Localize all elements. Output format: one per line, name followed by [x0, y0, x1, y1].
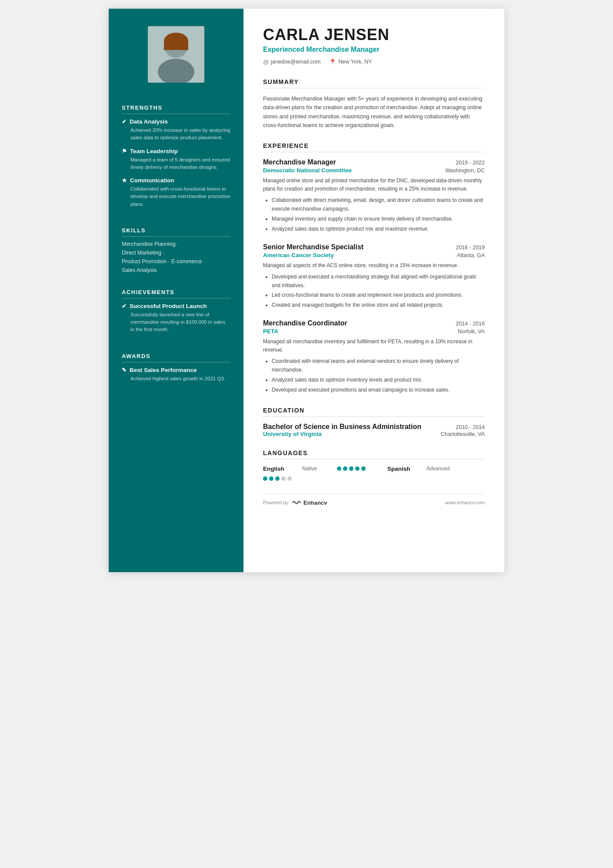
star-icon: ★ — [122, 177, 127, 184]
exp-dates-2: 2016 - 2019 — [456, 245, 485, 251]
exp-dates-3: 2014 - 2016 — [456, 321, 485, 327]
edu-dates: 2010 - 2014 — [456, 424, 485, 430]
sidebar-footer — [109, 393, 243, 555]
exp-company-1: Democratic National Committee — [263, 167, 352, 174]
languages-label: LANGUAGES — [263, 449, 485, 459]
dot-1 — [263, 476, 267, 481]
brand-name: Enhancv — [303, 499, 327, 506]
bullet: Led cross-functional teams to create and… — [272, 291, 485, 300]
powered-by-text: Powered by — [263, 500, 288, 505]
languages-section: LANGUAGES English Native Spanish Advance… — [263, 449, 485, 481]
skill-item: Sales Analysis — [122, 267, 230, 273]
main-content: CARLA JENSEN Experienced Merchandise Man… — [243, 9, 504, 572]
resume-container: STRENGTHS ✔ Data Analysis Achieved 20% i… — [109, 9, 504, 572]
language-english: English Native Spanish Advanced — [263, 466, 485, 481]
award-best-sales: ✎ Best Sales Performance Achieved highes… — [122, 367, 230, 382]
exp-location-1: Washington, DC — [445, 168, 485, 174]
skill-item: Product Promotion · E-commerce · — [122, 258, 230, 265]
awards-section: AWARDS ✎ Best Sales Performance Achieved… — [109, 344, 243, 393]
exp-job-2: Senior Merchandise Specialist 2016 - 201… — [263, 243, 485, 310]
exp-role-3: Merchandise Coordinator — [263, 319, 347, 327]
experience-section: EXPERIENCE Merchandise Manager 2019 - 20… — [263, 142, 485, 395]
skills-section: SKILLS Merchandise Planning · Direct Mar… — [109, 218, 243, 280]
exp-bullets-1: Collaborated with direct marketing, emai… — [263, 196, 485, 233]
bullet: Managed inventory and supply chain to en… — [272, 215, 485, 224]
bullet: Analyzed sales data to optimize inventor… — [272, 376, 485, 385]
photo-section — [109, 9, 243, 96]
education-label: EDUCATION — [263, 407, 485, 417]
achievement-desc: Successfully launched a new line of merc… — [122, 311, 230, 334]
exp-location-3: Norfolk, VA — [458, 328, 485, 335]
strength-desc: Collaborated with cross-functional teams… — [122, 185, 230, 208]
bullet: Collaborated with direct marketing, emai… — [272, 196, 485, 214]
location-icon: 📍 — [329, 59, 336, 65]
checkmark-icon: ✔ — [122, 303, 127, 309]
summary-text: Passionate Merchandise Manager with 5+ y… — [263, 94, 485, 131]
skill-item: Direct Marketing · — [122, 250, 230, 256]
page-footer: Powered by Enhancv www.enhancv.com — [263, 494, 485, 506]
education-section: EDUCATION Bachelor of Science in Busines… — [263, 407, 485, 437]
exp-desc-2: Managed all aspects of the ACS online st… — [263, 261, 485, 270]
exp-location-2: Atlanta, GA — [457, 252, 485, 258]
bullet: Developed and executed a merchandising s… — [272, 273, 485, 290]
strength-communication: ★ Communication Collaborated with cross-… — [122, 177, 230, 208]
dot-5 — [361, 466, 366, 471]
dot-2 — [269, 476, 273, 481]
exp-role-2: Senior Merchandise Specialist — [263, 243, 363, 251]
experience-label: EXPERIENCE — [263, 142, 485, 152]
svg-rect-4 — [164, 41, 188, 50]
email-contact: @ janedoe@email.com — [263, 59, 320, 65]
flag-icon: ⚑ — [122, 148, 127, 154]
strength-desc: Managed a team of 5 designers and ensure… — [122, 156, 230, 171]
strength-name: Communication — [130, 177, 174, 184]
achievement-name: Successful Product Launch — [130, 303, 207, 309]
strength-team-leadership: ⚑ Team Leadership Managed a team of 5 de… — [122, 148, 230, 171]
achievement-product-launch: ✔ Successful Product Launch Successfully… — [122, 303, 230, 334]
strength-data-analysis: ✔ Data Analysis Achieved 20% increase in… — [122, 118, 230, 142]
edu-item-1: Bachelor of Science in Business Administ… — [263, 423, 485, 437]
strengths-section: STRENGTHS ✔ Data Analysis Achieved 20% i… — [109, 96, 243, 218]
summary-label: SUMMARY — [263, 78, 485, 88]
lang-dots-english — [337, 466, 366, 471]
summary-section: SUMMARY Passionate Merchandise Manager w… — [263, 78, 485, 131]
enhancv-logo: Enhancv — [292, 499, 327, 506]
edu-location: Charlottesville, VA — [441, 431, 485, 437]
candidate-name: CARLA JENSEN — [263, 26, 485, 44]
dot-2 — [343, 466, 347, 471]
email-icon: @ — [263, 59, 269, 65]
dot-3 — [349, 466, 353, 471]
exp-role-1: Merchandise Manager — [263, 158, 336, 166]
lang-level-english: Native — [302, 466, 333, 472]
exp-dates-1: 2019 - 2022 — [456, 160, 485, 166]
exp-desc-3: Managed all merchandise inventory and fu… — [263, 338, 485, 354]
awards-title: AWARDS — [122, 353, 230, 362]
edu-degree: Bachelor of Science in Business Administ… — [263, 423, 421, 431]
exp-bullets-3: Coordinated with internal teams and exte… — [263, 357, 485, 394]
dot-4 — [355, 466, 360, 471]
achievements-title: ACHIEVEMENTS — [122, 289, 230, 298]
contact-bar: @ janedoe@email.com 📍 New York, NY — [263, 59, 485, 65]
location-value: New York, NY — [338, 59, 372, 65]
footer-website: www.enhancv.com — [445, 500, 485, 505]
bullet: Analyzed sales data to optimize product … — [272, 225, 485, 234]
achievements-section: ACHIEVEMENTS ✔ Successful Product Launch… — [109, 280, 243, 344]
dot-5 — [287, 476, 292, 481]
bullet: Created and managed budgets for the onli… — [272, 301, 485, 310]
lang-name-english: English — [263, 466, 298, 472]
dot-4 — [281, 476, 286, 481]
award-name: Best Sales Performance — [130, 367, 197, 373]
skills-title: SKILLS — [122, 227, 230, 237]
edu-school: University of Virginia — [263, 431, 322, 437]
award-desc: Achieved highest sales growth in 2021 Q3… — [122, 375, 230, 382]
sidebar: STRENGTHS ✔ Data Analysis Achieved 20% i… — [109, 9, 243, 572]
strength-name: Data Analysis — [130, 118, 168, 125]
location-contact: 📍 New York, NY — [329, 59, 372, 65]
lang-dots-spanish — [263, 476, 292, 481]
profile-photo — [148, 26, 204, 83]
checkmark-icon: ✔ — [122, 118, 127, 125]
bullet: Developed and executed promotions and em… — [272, 386, 485, 395]
strengths-title: STRENGTHS — [122, 104, 230, 114]
lang-name-spanish: Spanish — [387, 466, 422, 472]
email-value: janedoe@email.com — [271, 59, 320, 65]
pencil-icon: ✎ — [122, 367, 127, 373]
